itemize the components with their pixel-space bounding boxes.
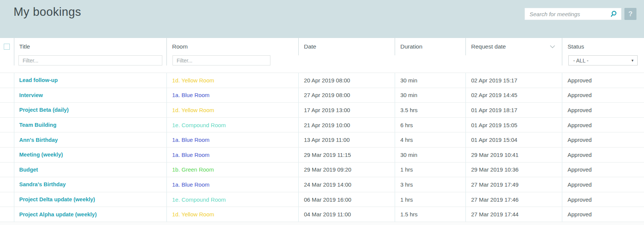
select-all-checkbox[interactable] <box>4 44 10 50</box>
status-cell: Approved <box>562 163 644 177</box>
duration-cell: 6 hrs <box>395 118 465 132</box>
room-link[interactable]: 1d. Yellow Room <box>172 107 214 113</box>
table-row[interactable]: Interview 1a. Blue Room 27 Apr 2019 08:0… <box>0 88 644 103</box>
room-link[interactable]: 1a. Blue Room <box>172 152 209 158</box>
request-date-cell: 27 Mar 2019 17:49 <box>465 177 562 192</box>
page-footer <box>0 222 644 225</box>
help-button[interactable]: ? <box>624 8 636 20</box>
status-cell: Approved <box>562 192 644 207</box>
table-row[interactable]: Project Alpha update (weekly) 1d. Yellow… <box>0 207 644 222</box>
booking-title-link[interactable]: Project Beta (daily) <box>19 107 69 113</box>
column-header-title[interactable]: Title <box>19 43 30 50</box>
request-date-cell: 02 Apr 2019 14:45 <box>465 88 562 103</box>
status-filter-select[interactable]: - ALL - ▼ <box>568 55 638 65</box>
room-link[interactable]: 1d. Yellow Room <box>172 211 214 217</box>
date-cell: 04 Mar 2019 11:00 <box>298 207 395 222</box>
column-header-date[interactable]: Date <box>304 43 316 50</box>
status-cell: Approved <box>562 88 644 103</box>
date-cell: 29 Mar 2019 11:15 <box>298 147 395 162</box>
title-filter-input[interactable] <box>18 55 162 65</box>
status-cell: Approved <box>562 103 644 117</box>
column-header-request-date[interactable]: Request date <box>471 43 506 50</box>
booking-title-link[interactable]: Project Alpha update (weekly) <box>19 211 97 217</box>
duration-cell: 30 min <box>395 73 465 88</box>
sort-chevron-down-icon[interactable] <box>550 45 555 48</box>
date-cell: 27 Apr 2019 08:00 <box>298 88 395 103</box>
table-row[interactable]: Sandra's Birthday 1a. Blue Room 24 Mar 2… <box>0 177 644 192</box>
request-date-cell: 01 Apr 2019 15:04 <box>465 132 562 147</box>
booking-title-link[interactable]: Interview <box>19 92 43 98</box>
request-date-cell: 29 Mar 2019 10:41 <box>465 147 562 162</box>
search-input[interactable] <box>525 8 610 20</box>
request-date-cell: 01 Apr 2019 18:17 <box>465 103 562 117</box>
page-title: My bookings <box>14 5 81 19</box>
booking-title-link[interactable]: Sandra's Birthday <box>19 181 66 187</box>
row-checkbox-cell <box>0 163 14 177</box>
column-header-room[interactable]: Room <box>172 43 188 50</box>
booking-title-link[interactable]: Project Delta update (weekly) <box>19 196 95 202</box>
date-cell: 06 Mar 2019 16:00 <box>298 192 395 207</box>
table-row[interactable]: Project Delta update (weekly) 1e. Compou… <box>0 192 644 207</box>
room-link[interactable]: 1a. Blue Room <box>172 92 209 98</box>
duration-cell: 30 min <box>395 147 465 162</box>
page-header: My bookings ? <box>0 0 644 38</box>
search-box[interactable] <box>525 8 621 20</box>
duration-cell: 4 hrs <box>395 132 465 147</box>
booking-title-link[interactable]: Lead follow-up <box>19 77 58 83</box>
column-header-duration[interactable]: Duration <box>400 43 423 50</box>
request-date-cell: 27 Mar 2019 17:46 <box>465 192 562 207</box>
request-date-cell: 27 Mar 2019 17:44 <box>465 207 562 222</box>
date-cell: 17 Apr 2019 13:00 <box>298 103 395 117</box>
status-cell: Approved <box>562 177 644 192</box>
duration-cell: 1 hrs <box>395 163 465 177</box>
table-row[interactable]: Lead follow-up 1d. Yellow Room 20 Apr 20… <box>0 73 644 88</box>
status-cell: Approved <box>562 118 644 132</box>
booking-title-link[interactable]: Ann's Birthday <box>19 137 58 143</box>
status-filter-value: - ALL - <box>573 58 589 64</box>
row-checkbox-cell <box>0 103 14 117</box>
table-row[interactable]: Team Building 1e. Compound Room 21 Apr 2… <box>0 118 644 133</box>
table-body: Lead follow-up 1d. Yellow Room 20 Apr 20… <box>0 73 644 222</box>
duration-cell: 3 hrs <box>395 177 465 192</box>
date-cell: 21 Apr 2019 10:00 <box>298 118 395 132</box>
column-header-status[interactable]: Status <box>568 43 584 50</box>
status-cell: Approved <box>562 73 644 88</box>
booking-title-link[interactable]: Team Building <box>19 122 56 128</box>
duration-cell: 3.5 hrs <box>395 103 465 117</box>
status-cell: Approved <box>562 147 644 162</box>
duration-cell: 1.5 hrs <box>395 207 465 222</box>
row-checkbox-cell <box>0 118 14 132</box>
duration-cell: 30 min <box>395 88 465 103</box>
room-link[interactable]: 1b. Green Room <box>172 166 214 173</box>
row-checkbox-cell <box>0 88 14 103</box>
column-header-row: Title Room Date Duration Request date <box>0 38 644 55</box>
row-checkbox-cell <box>0 147 14 162</box>
booking-title-link[interactable]: Budget <box>19 167 38 173</box>
room-link[interactable]: 1e. Compound Room <box>172 122 226 128</box>
duration-cell: 1 hrs <box>395 192 465 207</box>
date-cell: 29 Mar 2019 09:20 <box>298 163 395 177</box>
date-cell: 13 Apr 2019 11:00 <box>298 132 395 147</box>
room-link[interactable]: 1d. Yellow Room <box>172 77 214 84</box>
filter-row: - ALL - ▼ <box>0 55 644 73</box>
row-checkbox-cell <box>0 132 14 147</box>
table-header: Title Room Date Duration Request date <box>0 38 644 73</box>
table-row[interactable]: Budget 1b. Green Room 29 Mar 2019 09:20 … <box>0 163 644 178</box>
row-checkbox-cell <box>0 177 14 192</box>
row-checkbox-cell <box>0 192 14 207</box>
my-bookings-page: My bookings ? Title Room Date <box>0 0 644 225</box>
request-date-cell: 01 Apr 2019 15:05 <box>465 118 562 132</box>
room-link[interactable]: 1a. Blue Room <box>172 181 209 188</box>
table-row[interactable]: Ann's Birthday 1a. Blue Room 13 Apr 2019… <box>0 132 644 147</box>
room-link[interactable]: 1a. Blue Room <box>172 137 209 143</box>
row-checkbox-cell <box>0 207 14 222</box>
booking-title-link[interactable]: Meeting (weekly) <box>19 152 63 158</box>
request-date-cell: 29 Mar 2019 10:36 <box>465 163 562 177</box>
dropdown-caret-icon: ▼ <box>631 59 634 62</box>
table-row[interactable]: Meeting (weekly) 1a. Blue Room 29 Mar 20… <box>0 147 644 163</box>
table-row[interactable]: Project Beta (daily) 1d. Yellow Room 17 … <box>0 103 644 118</box>
status-cell: Approved <box>562 132 644 147</box>
search-icon[interactable] <box>610 10 621 18</box>
room-filter-input[interactable] <box>172 55 270 65</box>
room-link[interactable]: 1e. Compound Room <box>172 196 226 203</box>
